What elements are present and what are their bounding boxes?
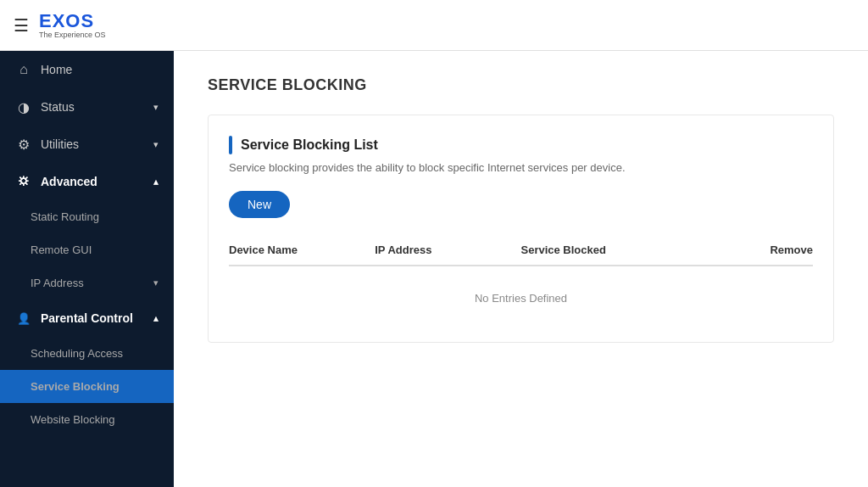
sidebar-item-label: Status — [41, 100, 75, 114]
sidebar-item-label: Home — [41, 63, 72, 76]
sidebar-item-label: IP Address — [31, 277, 84, 289]
status-icon: ◑ — [15, 98, 32, 115]
sidebar-item-label: Remote GUI — [31, 244, 92, 256]
section-title-bar — [229, 136, 232, 154]
page-title: SERVICE BLOCKING — [208, 76, 834, 94]
sidebar-item-home[interactable]: ⌂ Home — [0, 51, 174, 88]
sidebar-item-label: Website Blocking — [31, 413, 114, 426]
sidebar-item-label: Service Blocking — [31, 380, 120, 393]
top-header: ☰ EXOS The Experience OS — [0, 0, 868, 51]
section-card: Service Blocking List Service blocking p… — [208, 115, 834, 343]
logo: EXOS The Experience OS — [39, 12, 106, 39]
sidebar-item-service-blocking[interactable]: Service Blocking — [0, 370, 174, 403]
section-title: Service Blocking List — [241, 137, 378, 153]
parental-control-icon: 👤 — [15, 310, 32, 327]
chevron-up-icon: ▴ — [153, 176, 159, 188]
home-icon: ⌂ — [15, 61, 32, 78]
sidebar-item-ip-address[interactable]: IP Address ▾ — [0, 266, 174, 299]
sidebar-item-parental-control[interactable]: 👤 Parental Control ▴ — [0, 299, 174, 337]
logo-tagline: The Experience OS — [39, 31, 106, 39]
chevron-down-icon: ▾ — [153, 139, 159, 150]
sidebar-item-label: Advanced — [41, 175, 97, 188]
new-button[interactable]: New — [229, 191, 290, 218]
section-title-row: Service Blocking List — [229, 136, 813, 154]
sidebar-item-label: Static Routing — [31, 210, 99, 223]
col-header-service-blocked: Service Blocked — [521, 244, 667, 256]
main-content: SERVICE BLOCKING Service Blocking List S… — [174, 51, 868, 487]
sidebar-item-static-routing[interactable]: Static Routing — [0, 200, 174, 233]
table-empty-message: No Entries Defined — [229, 275, 813, 322]
sidebar-item-label: Parental Control — [41, 311, 133, 325]
sidebar: ⌂ Home ◑ Status ▾ ⚙ Utilities ▾ ⛭ Advanc… — [0, 51, 174, 487]
chevron-up-icon: ▴ — [153, 313, 159, 324]
advanced-icon: ⛭ — [15, 173, 32, 190]
table-header: Device Name IP Address Service Blocked R… — [229, 244, 813, 266]
sidebar-item-status[interactable]: ◑ Status ▾ — [0, 88, 174, 126]
chevron-down-icon: ▾ — [153, 277, 159, 288]
col-header-device-name: Device Name — [229, 244, 375, 256]
section-description: Service blocking provides the ability to… — [229, 161, 813, 174]
sidebar-item-advanced[interactable]: ⛭ Advanced ▴ — [0, 163, 174, 200]
utilities-icon: ⚙ — [15, 136, 32, 153]
table-body: No Entries Defined — [229, 275, 813, 322]
logo-text: EXOS — [39, 12, 106, 31]
chevron-down-icon: ▾ — [153, 102, 159, 113]
logo-orange: EX — [39, 10, 65, 31]
table-container: Device Name IP Address Service Blocked R… — [229, 244, 813, 322]
sidebar-item-label: Scheduling Access — [31, 347, 123, 360]
logo-blue: OS — [65, 10, 94, 31]
sidebar-item-remote-gui[interactable]: Remote GUI — [0, 233, 174, 266]
main-layout: ⌂ Home ◑ Status ▾ ⚙ Utilities ▾ ⛭ Advanc… — [0, 51, 868, 487]
sidebar-item-scheduling-access[interactable]: Scheduling Access — [0, 337, 174, 370]
col-header-remove: Remove — [667, 244, 813, 256]
sidebar-item-website-blocking[interactable]: Website Blocking — [0, 403, 174, 436]
col-header-ip-address: IP Address — [375, 244, 520, 256]
sidebar-item-label: Utilities — [41, 137, 79, 151]
hamburger-icon[interactable]: ☰ — [14, 15, 29, 36]
sidebar-item-utilities[interactable]: ⚙ Utilities ▾ — [0, 126, 174, 163]
